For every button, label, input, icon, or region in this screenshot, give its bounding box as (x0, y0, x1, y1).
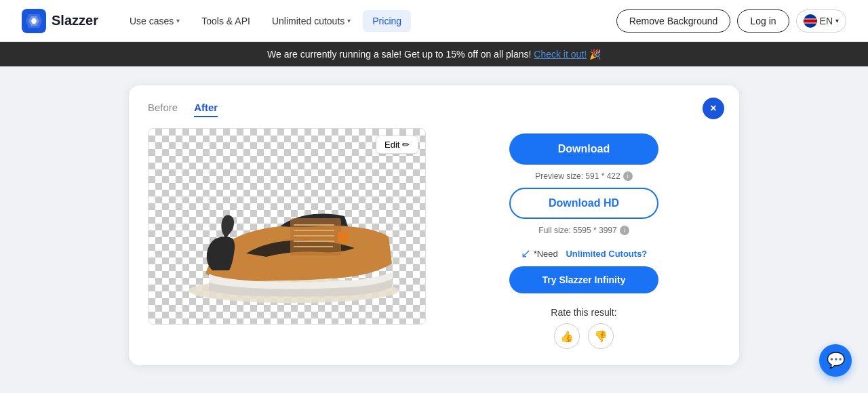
chevron-down-icon: ▾ (176, 17, 180, 24)
nav-item-pricing[interactable]: Pricing (363, 10, 411, 32)
close-button[interactable]: × (703, 98, 724, 119)
rate-section: Rate this result: 👍 👎 (551, 307, 616, 349)
tabs: Before After (148, 102, 720, 117)
image-container: Edit ✏ (148, 128, 426, 325)
language-selector[interactable]: EN ▾ (796, 9, 846, 33)
chevron-down-icon: ▾ (835, 17, 839, 24)
download-hd-button[interactable]: Download HD (509, 188, 658, 219)
chevron-down-icon: ▾ (347, 17, 351, 24)
fullsize-info-icon[interactable]: i (620, 226, 629, 235)
thumbs-up-icon: 👍 (560, 330, 574, 343)
sale-banner: We are currently running a sale! Get up … (0, 42, 868, 66)
check-it-out-link[interactable]: Check it out! (534, 49, 587, 60)
rate-label: Rate this result: (551, 307, 616, 318)
thumbs-down-icon: 👎 (594, 330, 608, 343)
remove-background-button[interactable]: Remove Background (616, 9, 731, 33)
nav-links: Use cases ▾ Tools & API Unlimited cutout… (120, 10, 616, 32)
logo[interactable]: Slazzer (22, 9, 98, 33)
svg-rect-8 (290, 218, 341, 255)
preview-info-icon[interactable]: i (623, 171, 633, 181)
svg-rect-14 (338, 232, 349, 243)
edit-button[interactable]: Edit ✏ (376, 136, 418, 154)
download-button[interactable]: Download (509, 133, 658, 165)
chat-icon: 💬 (827, 352, 845, 369)
right-panel: Download Preview size: 591 * 422 i Downl… (448, 128, 720, 349)
result-card: Before After × Edit ✏ (129, 85, 739, 365)
flag-icon (804, 14, 817, 28)
unlimited-section: ↙ *Need Unlimited Cutouts? Try Slazzer I… (509, 246, 658, 293)
tab-before[interactable]: Before (148, 102, 178, 117)
nav-right: Remove Background Log in EN ▾ (616, 9, 846, 33)
thumbs-up-button[interactable]: 👍 (554, 323, 580, 349)
result-image (149, 129, 425, 324)
full-size-info: Full size: 5595 * 3997 i (538, 226, 629, 235)
unlimited-label: ↙ *Need Unlimited Cutouts? (509, 246, 658, 261)
login-button[interactable]: Log in (737, 9, 789, 33)
logo-text: Slazzer (52, 13, 98, 28)
svg-rect-6 (804, 19, 817, 22)
try-infinity-button[interactable]: Try Slazzer Infinity (509, 266, 658, 293)
main-content: Before After × Edit ✏ (0, 66, 868, 384)
nav-item-use-cases[interactable]: Use cases ▾ (120, 10, 189, 32)
nav-item-tools-api[interactable]: Tools & API (192, 10, 260, 32)
navbar: Slazzer Use cases ▾ Tools & API Unlimite… (0, 0, 868, 42)
thumbs-down-button[interactable]: 👎 (588, 323, 614, 349)
arrow-icon: ↙ (521, 246, 531, 261)
nav-item-unlimited-cutouts[interactable]: Unlimited cutouts ▾ (262, 10, 360, 32)
content-area: Edit ✏ (148, 128, 720, 349)
chat-bubble[interactable]: 💬 (819, 344, 852, 377)
tab-after[interactable]: After (194, 102, 218, 117)
rate-buttons: 👍 👎 (551, 323, 616, 349)
preview-size-info: Preview size: 591 * 422 i (535, 171, 632, 181)
